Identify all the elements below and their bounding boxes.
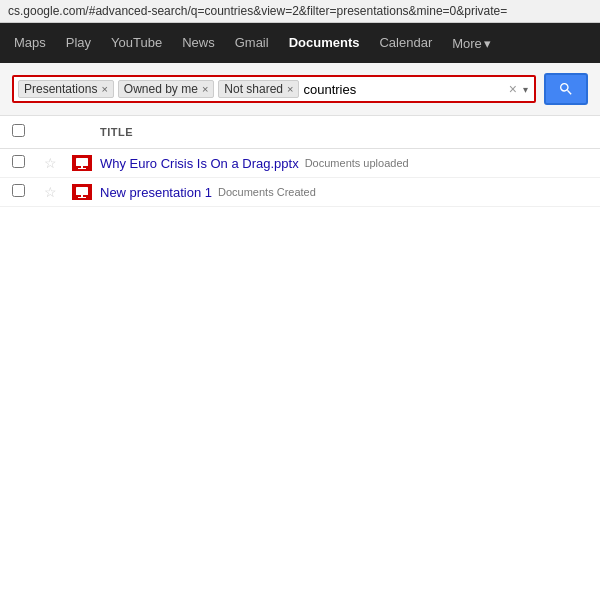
address-bar: cs.google.com/#advanced-search/q=countri…	[0, 0, 600, 23]
not-shared-filter-tag: Not shared ×	[218, 80, 299, 98]
table-row: ☆ Why Euro Crisis Is On a Drag.pptx Docu…	[0, 149, 600, 178]
presentation-icon	[74, 155, 90, 171]
svg-rect-1	[76, 158, 88, 166]
not-shared-filter-label: Not shared	[224, 82, 283, 96]
not-shared-filter-remove[interactable]: ×	[287, 83, 293, 95]
owned-filter-remove[interactable]: ×	[202, 83, 208, 95]
nav-youtube[interactable]: YouTube	[101, 23, 172, 63]
owned-filter-tag: Owned by me ×	[118, 80, 214, 98]
row-1-star[interactable]: ☆	[44, 155, 64, 171]
nav-more-arrow: ▾	[484, 36, 491, 51]
presentations-filter-label: Presentations	[24, 82, 97, 96]
presentations-filter-remove[interactable]: ×	[101, 83, 107, 95]
nav-news[interactable]: News	[172, 23, 225, 63]
row-2-doc-icon	[72, 184, 92, 200]
nav-documents[interactable]: Documents	[279, 23, 370, 63]
clear-search-button[interactable]: ×	[505, 81, 521, 97]
url-text: cs.google.com/#advanced-search/q=countri…	[8, 4, 507, 18]
nav-bar: Maps Play YouTube News Gmail Documents C…	[0, 23, 600, 63]
search-icon	[558, 81, 574, 97]
row-2-title[interactable]: New presentation 1	[100, 185, 212, 200]
owned-filter-label: Owned by me	[124, 82, 198, 96]
row-1-doc-icon	[72, 155, 92, 171]
content-area: TITLE ☆ Why Euro Crisis Is On a Drag.ppt…	[0, 116, 600, 207]
row-2-star[interactable]: ☆	[44, 184, 64, 200]
row-1-subtitle: Documents uploaded	[305, 157, 409, 169]
nav-calendar[interactable]: Calendar	[369, 23, 442, 63]
search-dropdown-button[interactable]: ▾	[521, 84, 530, 95]
row-1-title[interactable]: Why Euro Crisis Is On a Drag.pptx	[100, 156, 299, 171]
svg-rect-3	[78, 168, 86, 169]
table-row: ☆ New presentation 1 Documents Created	[0, 178, 600, 207]
row-2-checkbox[interactable]	[12, 184, 25, 197]
presentations-filter-tag: Presentations ×	[18, 80, 114, 98]
filter-container: Presentations × Owned by me × Not shared…	[12, 75, 536, 103]
table-header: TITLE	[0, 116, 600, 149]
title-column-header: TITLE	[100, 126, 588, 138]
nav-gmail[interactable]: Gmail	[225, 23, 279, 63]
select-all-checkbox[interactable]	[12, 124, 25, 137]
nav-play[interactable]: Play	[56, 23, 101, 63]
nav-maps[interactable]: Maps	[4, 23, 56, 63]
row-2-subtitle: Documents Created	[218, 186, 316, 198]
svg-rect-5	[76, 187, 88, 195]
presentation-icon	[74, 184, 90, 200]
nav-more[interactable]: More ▾	[442, 36, 501, 51]
search-area: Presentations × Owned by me × Not shared…	[0, 63, 600, 116]
search-button[interactable]	[544, 73, 588, 105]
nav-more-label: More	[452, 36, 482, 51]
svg-rect-7	[78, 197, 86, 198]
search-input[interactable]	[303, 82, 504, 97]
row-1-checkbox[interactable]	[12, 155, 25, 168]
